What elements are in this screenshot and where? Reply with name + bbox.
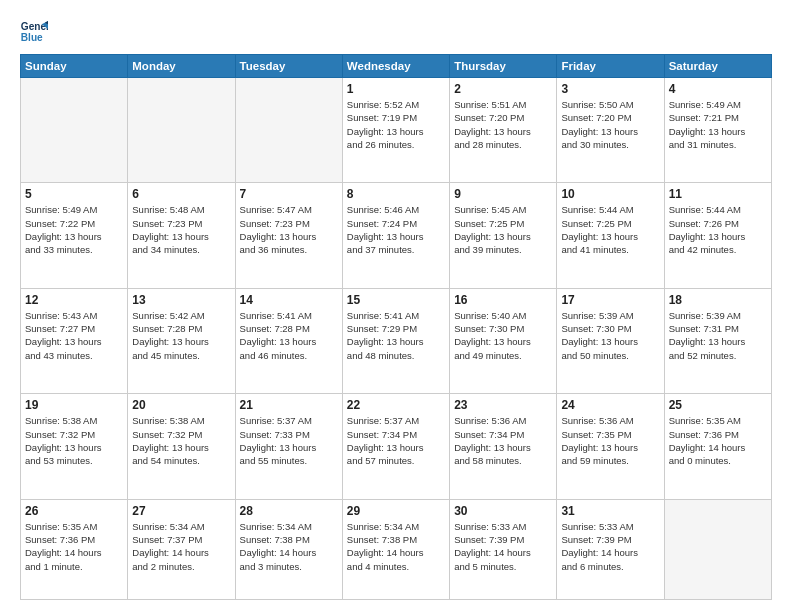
day-number: 1 xyxy=(347,82,445,96)
calendar-day-cell: 1Sunrise: 5:52 AMSunset: 7:19 PMDaylight… xyxy=(342,78,449,183)
day-info: Sunrise: 5:41 AMSunset: 7:28 PMDaylight:… xyxy=(240,309,338,362)
day-number: 30 xyxy=(454,504,552,518)
day-info: Sunrise: 5:48 AMSunset: 7:23 PMDaylight:… xyxy=(132,203,230,256)
day-number: 21 xyxy=(240,398,338,412)
day-number: 14 xyxy=(240,293,338,307)
calendar-week-row: 5Sunrise: 5:49 AMSunset: 7:22 PMDaylight… xyxy=(21,183,772,288)
day-number: 5 xyxy=(25,187,123,201)
calendar-day-cell: 14Sunrise: 5:41 AMSunset: 7:28 PMDayligh… xyxy=(235,288,342,393)
day-number: 6 xyxy=(132,187,230,201)
day-info: Sunrise: 5:34 AMSunset: 7:38 PMDaylight:… xyxy=(347,520,445,573)
calendar-day-cell: 30Sunrise: 5:33 AMSunset: 7:39 PMDayligh… xyxy=(450,499,557,599)
day-number: 27 xyxy=(132,504,230,518)
calendar-body: 1Sunrise: 5:52 AMSunset: 7:19 PMDaylight… xyxy=(21,78,772,600)
calendar-day-cell: 23Sunrise: 5:36 AMSunset: 7:34 PMDayligh… xyxy=(450,394,557,499)
calendar-week-row: 1Sunrise: 5:52 AMSunset: 7:19 PMDaylight… xyxy=(21,78,772,183)
day-info: Sunrise: 5:50 AMSunset: 7:20 PMDaylight:… xyxy=(561,98,659,151)
day-number: 16 xyxy=(454,293,552,307)
calendar-day-cell xyxy=(21,78,128,183)
logo: General Blue xyxy=(20,18,48,46)
day-info: Sunrise: 5:39 AMSunset: 7:30 PMDaylight:… xyxy=(561,309,659,362)
calendar-day-cell: 10Sunrise: 5:44 AMSunset: 7:25 PMDayligh… xyxy=(557,183,664,288)
weekday-header-cell: Wednesday xyxy=(342,55,449,78)
day-info: Sunrise: 5:39 AMSunset: 7:31 PMDaylight:… xyxy=(669,309,767,362)
calendar-day-cell: 8Sunrise: 5:46 AMSunset: 7:24 PMDaylight… xyxy=(342,183,449,288)
day-number: 2 xyxy=(454,82,552,96)
day-info: Sunrise: 5:37 AMSunset: 7:33 PMDaylight:… xyxy=(240,414,338,467)
header: General Blue xyxy=(20,18,772,46)
calendar-week-row: 26Sunrise: 5:35 AMSunset: 7:36 PMDayligh… xyxy=(21,499,772,599)
svg-text:Blue: Blue xyxy=(21,32,43,43)
calendar-day-cell: 26Sunrise: 5:35 AMSunset: 7:36 PMDayligh… xyxy=(21,499,128,599)
day-info: Sunrise: 5:51 AMSunset: 7:20 PMDaylight:… xyxy=(454,98,552,151)
calendar-day-cell: 28Sunrise: 5:34 AMSunset: 7:38 PMDayligh… xyxy=(235,499,342,599)
calendar-day-cell: 2Sunrise: 5:51 AMSunset: 7:20 PMDaylight… xyxy=(450,78,557,183)
logo-icon: General Blue xyxy=(20,18,48,46)
day-info: Sunrise: 5:47 AMSunset: 7:23 PMDaylight:… xyxy=(240,203,338,256)
calendar-week-row: 12Sunrise: 5:43 AMSunset: 7:27 PMDayligh… xyxy=(21,288,772,393)
day-number: 15 xyxy=(347,293,445,307)
day-info: Sunrise: 5:40 AMSunset: 7:30 PMDaylight:… xyxy=(454,309,552,362)
day-info: Sunrise: 5:45 AMSunset: 7:25 PMDaylight:… xyxy=(454,203,552,256)
day-info: Sunrise: 5:43 AMSunset: 7:27 PMDaylight:… xyxy=(25,309,123,362)
day-info: Sunrise: 5:34 AMSunset: 7:37 PMDaylight:… xyxy=(132,520,230,573)
day-number: 18 xyxy=(669,293,767,307)
calendar-day-cell: 4Sunrise: 5:49 AMSunset: 7:21 PMDaylight… xyxy=(664,78,771,183)
calendar-day-cell: 24Sunrise: 5:36 AMSunset: 7:35 PMDayligh… xyxy=(557,394,664,499)
calendar-day-cell: 21Sunrise: 5:37 AMSunset: 7:33 PMDayligh… xyxy=(235,394,342,499)
day-info: Sunrise: 5:36 AMSunset: 7:35 PMDaylight:… xyxy=(561,414,659,467)
calendar-day-cell: 12Sunrise: 5:43 AMSunset: 7:27 PMDayligh… xyxy=(21,288,128,393)
weekday-header-cell: Sunday xyxy=(21,55,128,78)
calendar-day-cell xyxy=(128,78,235,183)
calendar-day-cell: 19Sunrise: 5:38 AMSunset: 7:32 PMDayligh… xyxy=(21,394,128,499)
calendar-day-cell: 9Sunrise: 5:45 AMSunset: 7:25 PMDaylight… xyxy=(450,183,557,288)
day-number: 24 xyxy=(561,398,659,412)
day-number: 8 xyxy=(347,187,445,201)
day-number: 4 xyxy=(669,82,767,96)
day-info: Sunrise: 5:38 AMSunset: 7:32 PMDaylight:… xyxy=(132,414,230,467)
day-number: 12 xyxy=(25,293,123,307)
calendar-day-cell xyxy=(664,499,771,599)
day-info: Sunrise: 5:46 AMSunset: 7:24 PMDaylight:… xyxy=(347,203,445,256)
day-number: 31 xyxy=(561,504,659,518)
day-info: Sunrise: 5:44 AMSunset: 7:26 PMDaylight:… xyxy=(669,203,767,256)
calendar-day-cell: 31Sunrise: 5:33 AMSunset: 7:39 PMDayligh… xyxy=(557,499,664,599)
day-number: 29 xyxy=(347,504,445,518)
day-info: Sunrise: 5:42 AMSunset: 7:28 PMDaylight:… xyxy=(132,309,230,362)
calendar-day-cell: 3Sunrise: 5:50 AMSunset: 7:20 PMDaylight… xyxy=(557,78,664,183)
day-number: 10 xyxy=(561,187,659,201)
weekday-header-cell: Tuesday xyxy=(235,55,342,78)
weekday-header-cell: Monday xyxy=(128,55,235,78)
day-info: Sunrise: 5:35 AMSunset: 7:36 PMDaylight:… xyxy=(669,414,767,467)
day-info: Sunrise: 5:34 AMSunset: 7:38 PMDaylight:… xyxy=(240,520,338,573)
page: General Blue SundayMondayTuesdayWednesda… xyxy=(0,0,792,612)
weekday-header-row: SundayMondayTuesdayWednesdayThursdayFrid… xyxy=(21,55,772,78)
calendar-day-cell: 11Sunrise: 5:44 AMSunset: 7:26 PMDayligh… xyxy=(664,183,771,288)
calendar-table: SundayMondayTuesdayWednesdayThursdayFrid… xyxy=(20,54,772,600)
weekday-header-cell: Friday xyxy=(557,55,664,78)
day-info: Sunrise: 5:37 AMSunset: 7:34 PMDaylight:… xyxy=(347,414,445,467)
calendar-day-cell: 5Sunrise: 5:49 AMSunset: 7:22 PMDaylight… xyxy=(21,183,128,288)
day-number: 25 xyxy=(669,398,767,412)
day-number: 7 xyxy=(240,187,338,201)
day-number: 19 xyxy=(25,398,123,412)
day-number: 28 xyxy=(240,504,338,518)
day-info: Sunrise: 5:52 AMSunset: 7:19 PMDaylight:… xyxy=(347,98,445,151)
calendar-day-cell: 16Sunrise: 5:40 AMSunset: 7:30 PMDayligh… xyxy=(450,288,557,393)
calendar-day-cell: 15Sunrise: 5:41 AMSunset: 7:29 PMDayligh… xyxy=(342,288,449,393)
day-info: Sunrise: 5:33 AMSunset: 7:39 PMDaylight:… xyxy=(561,520,659,573)
calendar-day-cell: 22Sunrise: 5:37 AMSunset: 7:34 PMDayligh… xyxy=(342,394,449,499)
day-info: Sunrise: 5:33 AMSunset: 7:39 PMDaylight:… xyxy=(454,520,552,573)
calendar-day-cell: 18Sunrise: 5:39 AMSunset: 7:31 PMDayligh… xyxy=(664,288,771,393)
calendar-day-cell: 27Sunrise: 5:34 AMSunset: 7:37 PMDayligh… xyxy=(128,499,235,599)
calendar-day-cell: 6Sunrise: 5:48 AMSunset: 7:23 PMDaylight… xyxy=(128,183,235,288)
calendar-week-row: 19Sunrise: 5:38 AMSunset: 7:32 PMDayligh… xyxy=(21,394,772,499)
calendar-day-cell: 7Sunrise: 5:47 AMSunset: 7:23 PMDaylight… xyxy=(235,183,342,288)
calendar-day-cell: 29Sunrise: 5:34 AMSunset: 7:38 PMDayligh… xyxy=(342,499,449,599)
day-number: 22 xyxy=(347,398,445,412)
day-number: 20 xyxy=(132,398,230,412)
calendar-day-cell: 17Sunrise: 5:39 AMSunset: 7:30 PMDayligh… xyxy=(557,288,664,393)
day-info: Sunrise: 5:44 AMSunset: 7:25 PMDaylight:… xyxy=(561,203,659,256)
day-number: 11 xyxy=(669,187,767,201)
day-number: 3 xyxy=(561,82,659,96)
